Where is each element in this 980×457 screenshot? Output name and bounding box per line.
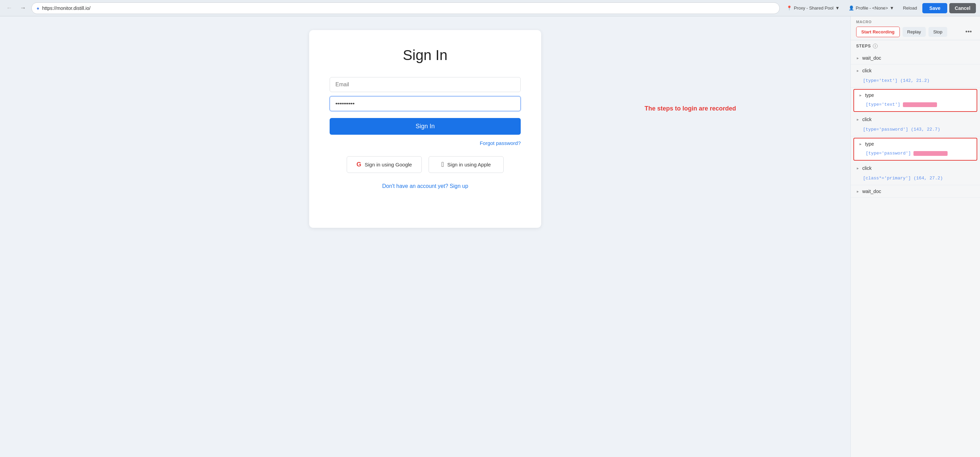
step-expand-icon: ► [859,142,862,146]
proxy-icon: 📍 [786,5,792,11]
browser-bar: ← → ● https://monitor.distill.io/ 📍 Prox… [0,0,980,16]
proxy-label: Proxy - Shared Pool [794,5,833,11]
step-expand-icon: ► [856,69,859,73]
proxy-chevron-icon: ▼ [835,5,840,11]
signin-button[interactable]: Sign In [329,118,521,135]
step-expand-icon: ► [856,56,859,60]
password-form-group [329,96,521,111]
step-item-type_1[interactable]: ► type [type='text'] [853,89,977,112]
browser-viewport: Sign In Sign In Forgot password? G Sign … [0,16,850,457]
macro-controls: Start Recording Replay Stop ••• [856,27,975,37]
step-row[interactable]: ► click [851,162,980,174]
url-text: https://monitor.distill.io/ [42,5,775,11]
google-label: Sign in using Google [365,162,412,167]
signup-link-container: Don't have an account yet? Sign up [329,183,521,189]
step-name: click [862,117,872,122]
step-row[interactable]: ► type [854,90,977,101]
signin-card: Sign In Sign In Forgot password? G Sign … [309,30,541,228]
profile-button[interactable]: 👤 Profile - <None> ▼ [845,4,898,12]
step-detail: [type='text'] (142, 21.2) [851,77,980,87]
steps-header: STEPS i [851,40,980,51]
step-detail: [type='password'] (143, 22.7) [851,125,980,136]
reload-button[interactable]: Reload [899,4,920,12]
google-icon: G [356,161,361,168]
redacted-value [903,102,937,107]
address-bar: ● https://monitor.distill.io/ [32,2,780,14]
step-item-type_2[interactable]: ► type [type='password'] [853,138,977,160]
apple-signin-button[interactable]:  Sign in using Apple [429,156,504,173]
profile-label: Profile - <None> [856,5,888,11]
step-item-wait_doc_1[interactable]: ► wait_doc [851,52,980,65]
steps-list: ► wait_doc ► click [type='text'] (142, 2… [851,51,980,457]
step-name: wait_doc [862,189,881,194]
step-detail: [type='password'] [854,149,977,160]
annotation-text: The steps to login are recorded [644,105,736,112]
step-item-click_3[interactable]: ► click [class*='primary'] (164, 27.2) [851,162,980,185]
step-row[interactable]: ► click [851,113,980,125]
forward-button[interactable]: → [18,3,28,13]
right-panel: MACRO Start Recording Replay Stop ••• ST… [850,16,980,457]
step-row[interactable]: ► wait_doc [851,52,980,64]
save-button[interactable]: Save [922,3,947,13]
start-recording-button[interactable]: Start Recording [856,27,900,37]
redacted-value [913,151,948,156]
more-options-button[interactable]: ••• [963,27,975,37]
password-input[interactable] [329,96,521,111]
forgot-password-link[interactable]: Forgot password? [329,140,521,146]
stop-button[interactable]: Stop [929,27,947,37]
steps-label: STEPS i [856,44,975,48]
google-signin-button[interactable]: G Sign in using Google [347,156,422,173]
step-expand-icon: ► [856,117,859,121]
back-button[interactable]: ← [4,3,14,13]
proxy-button[interactable]: 📍 Proxy - Shared Pool ▼ [783,4,843,12]
step-expand-icon: ► [859,94,862,97]
cancel-button[interactable]: Cancel [949,3,976,13]
email-input[interactable] [329,77,521,92]
step-item-wait_doc_2[interactable]: ► wait_doc [851,185,980,198]
step-item-click_1[interactable]: ► click [type='text'] (142, 21.2) [851,65,980,88]
main-area: Sign In Sign In Forgot password? G Sign … [0,16,980,457]
step-expand-icon: ► [856,190,859,194]
profile-chevron-icon: ▼ [889,5,894,11]
step-detail: [type='text'] [854,101,977,111]
location-icon: ● [37,5,39,11]
browser-right-controls: 📍 Proxy - Shared Pool ▼ 👤 Profile - <Non… [783,3,976,13]
step-name: click [862,165,872,171]
macro-label: MACRO [856,20,975,24]
replay-button[interactable]: Replay [902,27,926,37]
step-row[interactable]: ► click [851,65,980,77]
step-item-click_2[interactable]: ► click [type='password'] (143, 22.7) [851,113,980,136]
signup-link[interactable]: Don't have an account yet? Sign up [382,183,468,189]
macro-header: MACRO Start Recording Replay Stop ••• [851,16,980,40]
step-expand-icon: ► [856,167,859,170]
step-row[interactable]: ► type [854,138,977,149]
signin-title: Sign In [329,47,521,63]
step-detail: [class*='primary'] (164, 27.2) [851,174,980,185]
step-name: wait_doc [862,55,881,61]
steps-info-icon[interactable]: i [873,44,878,48]
step-row[interactable]: ► wait_doc [851,185,980,197]
email-form-group [329,77,521,92]
step-name: click [862,68,872,73]
apple-label: Sign in using Apple [447,162,491,167]
step-name: type [865,92,874,98]
profile-icon: 👤 [849,5,854,11]
apple-icon:  [442,160,444,168]
step-name: type [865,141,874,147]
social-buttons: G Sign in using Google  Sign in using A… [329,156,521,173]
